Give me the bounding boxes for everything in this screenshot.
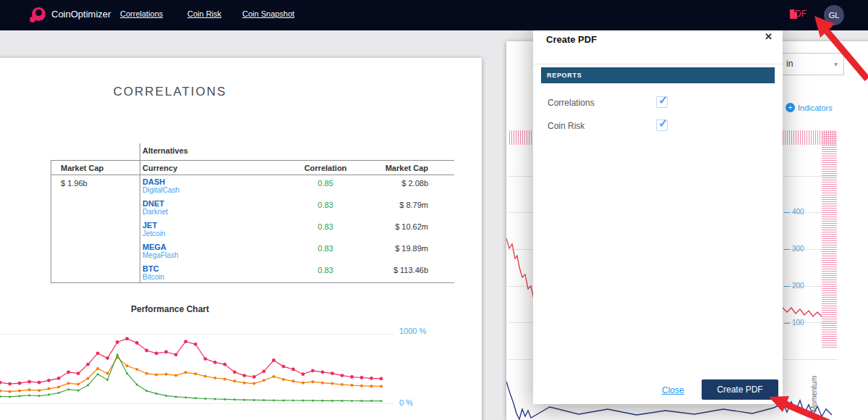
alt-market-cap-cell: $ 2.08b [362,179,428,188]
correlation-cell: 0.83 [297,201,354,209]
column-header-alt-market-cap: Market Cap [362,164,428,172]
correlation-cell: 0.83 [297,244,354,253]
y-axis-label: 400 [792,208,804,216]
currency-name-link[interactable]: Jetcoin [142,230,166,238]
currency-symbol-link[interactable]: JET [142,221,157,230]
create-pdf-button[interactable]: Create PDF [702,379,778,400]
table-border [51,160,454,161]
column-header-market-cap: Market Cap [61,164,103,172]
reports-section-header: REPORTS [541,67,775,83]
top-navbar: CoinOptimizer Correlations Coin Risk Coi… [0,0,868,30]
table-group-header: Alternatives [142,146,188,155]
y-axis-label: 100 [792,319,804,327]
performance-chart-title: Performance Chart [131,304,209,314]
indicators-label: Indicators [798,104,833,112]
nav-coin-snapshot[interactable]: Coin Snapshot [242,9,294,18]
axis-tick [784,323,790,324]
add-indicators-link[interactable]: + Indicators [786,103,833,112]
option-label-correlations: Correlations [548,98,595,108]
alt-market-cap-cell: $ 113.46b [362,266,428,274]
check-icon: ✓ [658,117,668,130]
alt-market-cap-cell: $ 10.62m [362,222,428,231]
y-axis-max-label: 1000 % [399,327,426,335]
y-axis-label: 300 [792,245,804,253]
pdf-export-button[interactable]: PDF [789,9,807,19]
table-border [51,175,454,175]
pdf-file-icon [789,9,797,19]
correlation-cell: 0.83 [297,266,354,274]
market-cap-cell: $ 1.96b [61,179,88,188]
correlations-report-content: CORRELATIONS Alternatives Market Cap Cur… [0,0,485,420]
coin-select[interactable]: in ▾ [778,53,844,75]
currency-symbol-link[interactable]: MEGA [142,243,166,251]
table-row: JET Jetcoin 0.83 $ 10.62m [0,219,454,241]
close-link[interactable]: Close [662,385,684,395]
chevron-down-icon: ▾ [834,54,838,75]
table-row: MEGA MegaFlash 0.83 $ 19.89m [0,241,454,263]
column-header-correlation: Correlation [297,164,354,172]
close-icon[interactable]: ✕ [765,31,773,42]
brand[interactable]: CoinOptimizer [32,7,111,21]
currency-name-link[interactable]: Darknet [142,208,168,216]
axis-tick [784,286,790,287]
table-row: BTC Bitcoin 0.83 $ 113.46b [0,263,454,285]
modal-title: Create PDF [546,34,597,45]
column-header-currency: Currency [142,164,177,172]
coin-risk-checkbox[interactable]: ✓ [656,119,668,131]
brand-name: CoinOptimizer [51,9,111,20]
currency-name-link[interactable]: DigitalCash [142,186,179,194]
user-avatar[interactable]: GL [824,5,844,25]
check-icon: ✓ [658,93,668,107]
coin-select-value: in [786,59,793,69]
currency-symbol-link[interactable]: DNET [142,199,164,208]
momentum-axis-title: Momentum [810,340,818,412]
alt-market-cap-cell: $ 8.79m [362,201,428,209]
axis-tick [784,212,790,213]
currency-symbol-link[interactable]: DASH [142,177,165,186]
report-title: CORRELATIONS [114,85,227,99]
app-canvas: 400 300 200 100 Momentum in ▾ + Indicato… [0,0,868,420]
correlation-cell: 0.85 [297,179,354,188]
table-row: DNET Darknet 0.83 $ 8.79m [0,198,454,219]
nav-correlations[interactable]: Correlations [120,9,163,18]
correlations-checkbox[interactable]: ✓ [656,96,668,108]
y-axis-min-label: 0 % [399,398,413,407]
coinoptimizer-logo-icon [32,7,46,21]
axis-tick [784,249,790,250]
nav-coin-risk[interactable]: Coin Risk [187,9,221,18]
performance-chart [0,326,394,420]
currency-name-link[interactable]: MegaFlash [142,251,178,259]
plus-circle-icon: + [786,103,795,112]
y-axis-label: 200 [792,282,804,290]
correlation-cell: 0.83 [297,222,354,231]
alt-market-cap-cell: $ 19.89m [362,244,428,253]
create-pdf-modal: Create PDF ✕ REPORTS Correlations ✓ Coin… [533,23,783,404]
modal-divider [533,64,783,64]
currency-name-link[interactable]: Bitcoin [142,273,164,281]
option-label-coin-risk: Coin Risk [548,121,584,131]
currency-symbol-link[interactable]: BTC [142,264,159,273]
table-row: $ 1.96b DASH DigitalCash 0.85 $ 2.08b [0,176,454,198]
